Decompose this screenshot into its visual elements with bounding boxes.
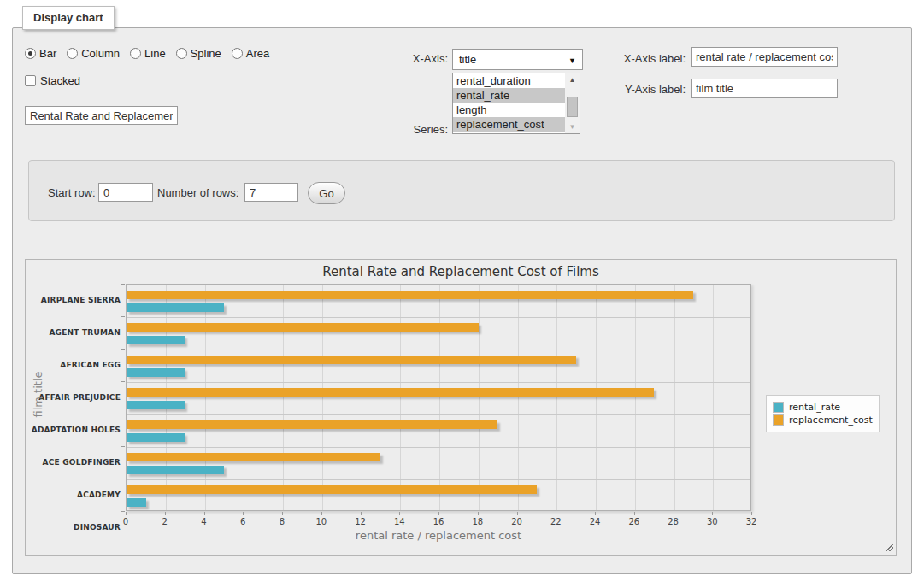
series-option-rental_rate[interactable]: rental_rate: [453, 88, 566, 103]
legend-item-rental_rate: rental_rate: [773, 402, 873, 413]
x-tick-mark: [438, 512, 439, 515]
gridline-vertical: [283, 285, 284, 510]
number-of-rows-label: Number of rows:: [157, 186, 238, 199]
chart-type-radio-area[interactable]: [232, 48, 243, 59]
gridline-vertical: [322, 285, 323, 510]
y-tick-mark: [121, 414, 125, 414]
gridline-horizontal: [127, 382, 750, 383]
stacked-label: Stacked: [40, 74, 80, 87]
chart-type-radio-line[interactable]: [130, 48, 141, 59]
series-multiselect[interactable]: rental_durationrental_ratelengthreplacem…: [452, 73, 580, 134]
chart-type-option-bar: Bar: [25, 47, 56, 60]
series-options: rental_durationrental_ratelengthreplacem…: [453, 73, 580, 132]
y-tick-mark: [121, 511, 125, 512]
x-tick-mark: [595, 512, 596, 515]
x-tick-mark: [556, 512, 556, 515]
bar-rental_rate-4: [127, 433, 185, 442]
x-tick-mark: [204, 512, 205, 515]
chart-type-radio-group: BarColumnLineSplineArea: [25, 47, 276, 60]
chart-legend: rental_ratereplacement_cost: [766, 395, 880, 432]
legend-label-replacement_cost: replacement_cost: [789, 414, 873, 426]
gridline-horizontal: [127, 414, 750, 415]
x-tick-label: 32: [739, 517, 764, 526]
y-category-label: ADAPTATION HOLES: [31, 414, 121, 446]
chart-container: Rental Rate and Replacement Cost of Film…: [25, 259, 897, 556]
legend-swatch-rental_rate: [773, 402, 784, 413]
scroll-up-icon[interactable]: ▲: [565, 73, 580, 86]
x-tick-label: 2: [152, 517, 178, 526]
bar-replacement_cost-6: [127, 485, 537, 494]
series-option-rental_duration[interactable]: rental_duration: [453, 73, 566, 88]
y-axis-label-input[interactable]: [691, 79, 838, 98]
gridline-horizontal: [127, 317, 750, 318]
x-tick-mark: [712, 512, 713, 515]
chart-type-label: Column: [81, 47, 120, 60]
x-tick-label: 14: [386, 517, 412, 526]
gridline-vertical: [674, 285, 675, 510]
gridline-vertical: [166, 285, 167, 510]
x-axis-title: rental rate / replacement cost: [126, 529, 751, 542]
stacked-checkbox[interactable]: [25, 75, 36, 86]
x-tick-label: 28: [661, 517, 686, 526]
legend-swatch-replacement_cost: [773, 414, 784, 426]
bar-replacement_cost-3: [127, 388, 654, 397]
x-tick-mark: [243, 512, 244, 515]
start-row-input[interactable]: [98, 183, 153, 202]
bar-rental_rate-3: [127, 401, 185, 409]
x-tick-label: 18: [465, 517, 491, 526]
chart-plot-area: [126, 284, 751, 511]
scrollbar-thumb[interactable]: [567, 97, 578, 117]
scroll-down-icon[interactable]: ▼: [565, 121, 580, 133]
legend-label-rental_rate: rental_rate: [789, 402, 840, 413]
x-tick-mark: [321, 512, 322, 515]
y-category-label: AFFAIR PREJUDICE: [31, 381, 121, 414]
x-tick-label: 24: [582, 517, 608, 526]
x-tick-mark: [361, 512, 362, 515]
chart-type-radio-spline[interactable]: [176, 48, 187, 59]
x-tick-label: 20: [504, 517, 530, 526]
y-category-label: AIRPLANE SIERRA: [31, 284, 121, 316]
x-tick-mark: [634, 512, 635, 515]
x-tick-label: 8: [269, 517, 295, 526]
series-option-replacement_cost[interactable]: replacement_cost: [453, 117, 566, 132]
y-tick-mark: [121, 349, 125, 350]
x-tick-mark: [751, 512, 752, 515]
resize-handle-icon[interactable]: [884, 542, 893, 551]
series-option-length[interactable]: length: [453, 103, 566, 117]
chart-type-label: Line: [144, 47, 166, 60]
x-axis-label-field-label: X-Axis label:: [597, 52, 686, 65]
bar-replacement_cost-2: [127, 356, 576, 364]
gridline-vertical: [518, 285, 519, 510]
x-tick-label: 10: [309, 517, 334, 526]
bar-replacement_cost-1: [127, 323, 479, 332]
x-tick-label: 30: [699, 517, 725, 526]
chart-title-input[interactable]: [25, 106, 178, 125]
series-scrollbar[interactable]: ▲ ▼: [565, 73, 580, 133]
chart-type-radio-bar[interactable]: [25, 48, 36, 59]
x-tick-label: 4: [191, 517, 217, 526]
x-tick-mark: [165, 512, 166, 515]
rows-panel: Start row: Number of rows: Go: [28, 160, 895, 221]
y-tick-mark: [121, 381, 125, 382]
gridline-vertical: [439, 285, 440, 510]
go-button[interactable]: Go: [308, 182, 345, 204]
bar-rental_rate-0: [127, 303, 224, 312]
gridline-vertical: [362, 285, 362, 510]
y-tick-mark: [121, 316, 125, 317]
x-tick-mark: [126, 512, 127, 515]
y-category-label: ACE GOLDFINGER: [31, 446, 121, 479]
x-tick-mark: [517, 512, 518, 515]
gridline-vertical: [635, 285, 636, 510]
y-axis-label-field-label: Y-Axis label:: [597, 83, 686, 96]
chart-type-radio-column[interactable]: [67, 48, 78, 59]
gridline-vertical: [205, 285, 206, 510]
x-tick-mark: [478, 512, 479, 515]
x-axis-select[interactable]: title ▼: [452, 49, 583, 70]
stacked-row: Stacked: [25, 74, 80, 87]
x-tick-mark: [674, 512, 674, 515]
x-tick-label: 12: [348, 517, 374, 526]
start-row-label: Start row:: [48, 186, 96, 199]
number-of-rows-input[interactable]: [244, 183, 298, 202]
x-axis-label-input[interactable]: [691, 47, 838, 67]
gridline-vertical: [556, 285, 557, 510]
